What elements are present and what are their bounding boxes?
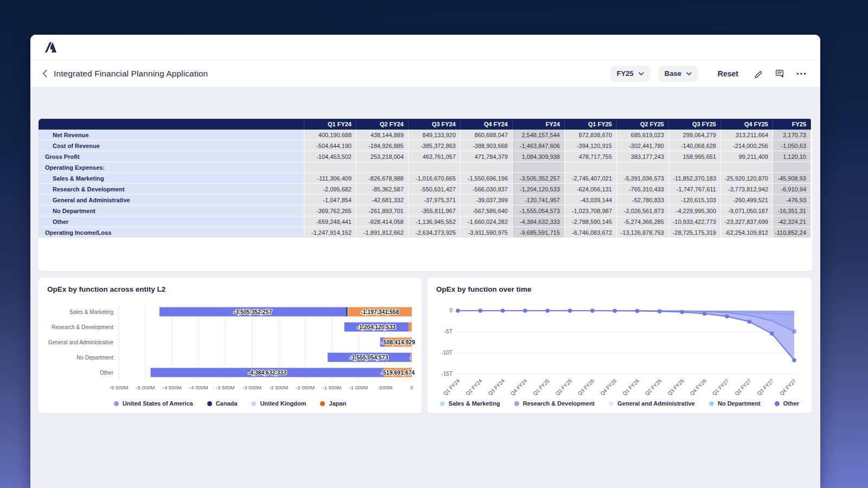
table-cell[interactable]: -184,926,885 (356, 140, 409, 151)
table-cell[interactable]: -140,068,628 (669, 140, 721, 151)
table-cell[interactable]: -928,414,058 (356, 216, 409, 227)
table-cell[interactable]: -1,550,696,196 (461, 173, 513, 184)
table-cell[interactable] (356, 162, 409, 173)
table-cell[interactable] (304, 162, 356, 173)
table-cell[interactable]: -1,047,854 (304, 195, 356, 206)
table-cell[interactable]: -4,384,632,333 (513, 216, 565, 227)
bar-segment[interactable] (409, 323, 412, 332)
table-cell[interactable] (669, 162, 721, 173)
data-point[interactable] (770, 331, 774, 336)
table-cell[interactable]: -9,685,591,715 (513, 227, 565, 238)
period-dropdown[interactable]: FY25 (610, 66, 650, 82)
data-point[interactable] (680, 310, 685, 314)
legend-item[interactable]: General and Administrative (609, 400, 695, 407)
table-cell[interactable] (565, 162, 617, 173)
table-cell[interactable]: -2,788,590,145 (565, 216, 617, 227)
table-cell[interactable]: -2,745,407,021 (565, 173, 617, 184)
table-cell[interactable]: -1,247,914,152 (304, 227, 356, 238)
table-cell[interactable]: -624,056,131 (565, 184, 617, 195)
table-cell[interactable]: 400,190,688 (304, 130, 356, 140)
table-cell[interactable]: -110,852,24 (773, 227, 811, 238)
data-point[interactable] (568, 309, 572, 313)
table-cell[interactable]: -1,660,024,282 (461, 216, 513, 227)
table-cell[interactable]: -567,586,640 (461, 206, 513, 216)
table-cell[interactable]: -385,372,863 (409, 140, 461, 151)
table-cell[interactable]: -25,920,120,870 (721, 173, 773, 184)
table-cell[interactable]: 2,170,73 (773, 130, 811, 140)
table-cell[interactable]: -6,910,94 (773, 184, 811, 195)
table-cell[interactable] (721, 162, 773, 173)
table-cell[interactable]: -5,274,366,285 (617, 216, 669, 227)
table-cell[interactable]: -261,893,701 (356, 206, 409, 216)
table-cell[interactable]: -5,391,036,573 (617, 173, 669, 184)
table-cell[interactable]: -3,773,812,942 (721, 184, 773, 195)
more-options-icon[interactable] (796, 72, 806, 75)
table-cell[interactable]: -2,095,682 (304, 184, 356, 195)
comment-icon[interactable] (775, 69, 784, 78)
table-cell[interactable] (773, 162, 811, 173)
table-cell[interactable]: -1,891,812,662 (356, 227, 409, 238)
table-cell[interactable]: -1,023,708,987 (565, 206, 617, 216)
table-cell[interactable]: -550,631,427 (409, 184, 461, 195)
table-cell[interactable]: -369,762,265 (304, 206, 356, 216)
data-point[interactable] (658, 309, 662, 313)
table-cell[interactable]: -62,254,109,812 (721, 227, 773, 238)
table-cell[interactable]: 438,144,889 (356, 130, 409, 140)
data-point[interactable] (456, 309, 460, 313)
table-cell[interactable]: -4,229,995,300 (669, 206, 721, 216)
table-cell[interactable]: -42,681,332 (356, 195, 409, 206)
table-cell[interactable]: -2,026,561,873 (617, 206, 669, 216)
bar-segment[interactable] (346, 307, 347, 317)
table-cell[interactable]: -104,453,502 (304, 151, 356, 162)
legend-item[interactable]: Canada (207, 400, 238, 407)
table-cell[interactable]: -355,811,967 (409, 206, 461, 216)
table-cell[interactable] (409, 162, 461, 173)
table-cell[interactable]: 471,784,379 (461, 151, 513, 162)
table-cell[interactable]: 299,064,279 (669, 130, 721, 140)
table-cell[interactable]: 158,995,651 (669, 151, 721, 162)
table-cell[interactable]: -42,324,21 (773, 216, 811, 227)
table-cell[interactable]: -10,933,422,773 (669, 216, 721, 227)
legend-item[interactable]: No Department (709, 400, 761, 407)
table-cell[interactable]: -16,351,31 (773, 206, 811, 216)
data-point[interactable] (703, 312, 707, 316)
table-cell[interactable]: 253,218,004 (356, 151, 409, 162)
table-cell[interactable]: 860,688,047 (461, 130, 513, 140)
table-cell[interactable]: -3,911,590,975 (461, 227, 513, 238)
edit-icon[interactable] (754, 69, 763, 78)
table-cell[interactable]: -37,975,371 (409, 195, 461, 206)
table-cell[interactable]: 872,838,670 (565, 130, 617, 140)
table-cell[interactable] (461, 162, 513, 173)
table-cell[interactable]: -504,644,190 (304, 140, 356, 151)
table-cell[interactable]: -1,136,945,552 (409, 216, 461, 227)
table-cell[interactable]: -566,030,837 (461, 184, 513, 195)
table-cell[interactable]: -6,746,083,672 (565, 227, 617, 238)
table-cell[interactable]: -13,126,878,753 (617, 227, 669, 238)
data-point[interactable] (523, 309, 527, 313)
table-cell[interactable]: -302,441,780 (617, 140, 669, 151)
data-point[interactable] (725, 314, 729, 319)
reset-button[interactable]: Reset (714, 69, 742, 79)
bar-segment[interactable] (348, 307, 348, 317)
table-cell[interactable]: -43,039,144 (565, 195, 617, 206)
data-point[interactable] (613, 309, 617, 313)
data-point[interactable] (748, 319, 752, 324)
table-cell[interactable]: -111,306,409 (304, 173, 356, 184)
table-cell[interactable]: -1,016,670,665 (409, 173, 461, 184)
table-cell[interactable]: -659,248,441 (304, 216, 356, 227)
data-point[interactable] (501, 309, 505, 313)
table-cell[interactable]: -85,362,587 (356, 184, 409, 195)
table-cell[interactable]: -260,499,521 (721, 195, 773, 206)
table-cell[interactable]: -11,852,370,183 (669, 173, 721, 184)
data-point[interactable] (546, 309, 550, 313)
table-cell[interactable]: 849,133,920 (409, 130, 461, 140)
table-cell[interactable]: -1,204,120,533 (513, 184, 565, 195)
table-cell[interactable] (617, 162, 669, 173)
table-cell[interactable]: -765,310,433 (617, 184, 669, 195)
legend-item[interactable]: Other (775, 400, 799, 407)
version-dropdown[interactable]: Base (658, 66, 698, 82)
table-cell[interactable]: -39,037,399 (461, 195, 513, 206)
table-cell[interactable]: 1,120,10 (773, 151, 811, 162)
table-cell[interactable]: 383,177,243 (617, 151, 669, 162)
table-cell[interactable]: -2,634,273,925 (409, 227, 461, 238)
